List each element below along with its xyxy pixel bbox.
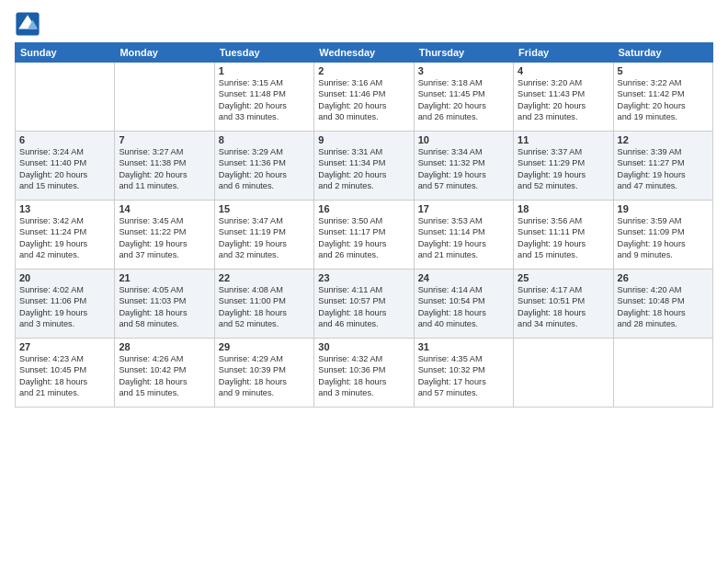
day-info: Sunrise: 3:27 AM Sunset: 11:38 PM Daylig… [119, 146, 210, 192]
day-info: Sunrise: 4:17 AM Sunset: 10:51 PM Daylig… [518, 284, 609, 330]
weekday-header-monday: Monday [115, 43, 214, 63]
day-cell: 12Sunrise: 3:39 AM Sunset: 11:27 PM Dayl… [613, 132, 712, 201]
day-info: Sunrise: 3:47 AM Sunset: 11:19 PM Daylig… [219, 215, 310, 261]
day-info: Sunrise: 4:29 AM Sunset: 10:39 PM Daylig… [219, 353, 310, 399]
day-cell: 14Sunrise: 3:45 AM Sunset: 11:22 PM Dayl… [115, 201, 214, 270]
weekday-header-wednesday: Wednesday [314, 43, 414, 63]
day-number: 8 [219, 134, 310, 145]
day-cell: 27Sunrise: 4:23 AM Sunset: 10:45 PM Dayl… [16, 339, 115, 408]
day-cell: 5Sunrise: 3:22 AM Sunset: 11:42 PM Dayli… [613, 63, 712, 132]
header [15, 11, 713, 37]
day-info: Sunrise: 3:29 AM Sunset: 11:36 PM Daylig… [219, 146, 310, 192]
day-info: Sunrise: 3:16 AM Sunset: 11:46 PM Daylig… [318, 77, 409, 123]
day-info: Sunrise: 4:14 AM Sunset: 10:54 PM Daylig… [418, 284, 509, 330]
day-number: 29 [219, 341, 310, 352]
day-info: Sunrise: 3:24 AM Sunset: 11:40 PM Daylig… [19, 146, 110, 192]
weekday-header-sunday: Sunday [16, 43, 115, 63]
day-number: 12 [618, 134, 709, 145]
day-cell: 19Sunrise: 3:59 AM Sunset: 11:09 PM Dayl… [613, 201, 712, 270]
day-cell: 23Sunrise: 4:11 AM Sunset: 10:57 PM Dayl… [314, 270, 414, 339]
day-number: 14 [119, 203, 210, 214]
day-cell: 11Sunrise: 3:37 AM Sunset: 11:29 PM Dayl… [514, 132, 613, 201]
day-cell: 3Sunrise: 3:18 AM Sunset: 11:45 PM Dayli… [414, 63, 513, 132]
day-info: Sunrise: 4:23 AM Sunset: 10:45 PM Daylig… [19, 353, 110, 399]
day-number: 26 [618, 272, 709, 283]
day-info: Sunrise: 3:15 AM Sunset: 11:48 PM Daylig… [219, 77, 310, 123]
weekday-header-row: SundayMondayTuesdayWednesdayThursdayFrid… [16, 43, 713, 63]
day-number: 28 [119, 341, 210, 352]
day-cell: 28Sunrise: 4:26 AM Sunset: 10:42 PM Dayl… [115, 339, 214, 408]
day-number: 23 [318, 272, 409, 283]
day-number: 4 [518, 65, 609, 76]
day-number: 5 [618, 65, 709, 76]
day-cell: 22Sunrise: 4:08 AM Sunset: 11:00 PM Dayl… [214, 270, 313, 339]
day-info: Sunrise: 3:53 AM Sunset: 11:14 PM Daylig… [418, 215, 509, 261]
week-row-4: 20Sunrise: 4:02 AM Sunset: 11:06 PM Dayl… [16, 270, 713, 339]
day-number: 3 [418, 65, 509, 76]
day-number: 2 [318, 65, 409, 76]
day-info: Sunrise: 3:18 AM Sunset: 11:45 PM Daylig… [418, 77, 509, 123]
day-info: Sunrise: 3:31 AM Sunset: 11:34 PM Daylig… [318, 146, 409, 192]
day-number: 18 [518, 203, 609, 214]
day-info: Sunrise: 3:37 AM Sunset: 11:29 PM Daylig… [518, 146, 609, 192]
day-cell: 16Sunrise: 3:50 AM Sunset: 11:17 PM Dayl… [314, 201, 414, 270]
day-number: 19 [618, 203, 709, 214]
day-number: 31 [418, 341, 509, 352]
weekday-header-friday: Friday [514, 43, 613, 63]
day-number: 17 [418, 203, 509, 214]
day-info: Sunrise: 3:50 AM Sunset: 11:17 PM Daylig… [318, 215, 409, 261]
day-number: 24 [418, 272, 509, 283]
day-info: Sunrise: 4:05 AM Sunset: 11:03 PM Daylig… [119, 284, 210, 330]
day-number: 21 [119, 272, 210, 283]
day-number: 30 [318, 341, 409, 352]
day-info: Sunrise: 3:45 AM Sunset: 11:22 PM Daylig… [119, 215, 210, 261]
day-cell: 6Sunrise: 3:24 AM Sunset: 11:40 PM Dayli… [16, 132, 115, 201]
week-row-1: 1Sunrise: 3:15 AM Sunset: 11:48 PM Dayli… [16, 63, 713, 132]
calendar-table: SundayMondayTuesdayWednesdayThursdayFrid… [15, 42, 713, 408]
day-number: 25 [518, 272, 609, 283]
day-number: 22 [219, 272, 310, 283]
day-cell: 10Sunrise: 3:34 AM Sunset: 11:32 PM Dayl… [414, 132, 513, 201]
day-cell [613, 339, 712, 408]
weekday-header-thursday: Thursday [414, 43, 513, 63]
day-info: Sunrise: 4:02 AM Sunset: 11:06 PM Daylig… [19, 284, 110, 330]
day-cell: 7Sunrise: 3:27 AM Sunset: 11:38 PM Dayli… [115, 132, 214, 201]
day-number: 16 [318, 203, 409, 214]
day-cell: 15Sunrise: 3:47 AM Sunset: 11:19 PM Dayl… [214, 201, 313, 270]
day-cell: 31Sunrise: 4:35 AM Sunset: 10:32 PM Dayl… [414, 339, 513, 408]
day-info: Sunrise: 4:32 AM Sunset: 10:36 PM Daylig… [318, 353, 409, 399]
day-cell: 29Sunrise: 4:29 AM Sunset: 10:39 PM Dayl… [214, 339, 313, 408]
day-info: Sunrise: 3:20 AM Sunset: 11:43 PM Daylig… [518, 77, 609, 123]
day-number: 6 [19, 134, 110, 145]
day-info: Sunrise: 3:34 AM Sunset: 11:32 PM Daylig… [418, 146, 509, 192]
day-cell: 1Sunrise: 3:15 AM Sunset: 11:48 PM Dayli… [214, 63, 313, 132]
weekday-header-saturday: Saturday [613, 43, 712, 63]
day-number: 1 [219, 65, 310, 76]
day-cell: 25Sunrise: 4:17 AM Sunset: 10:51 PM Dayl… [514, 270, 613, 339]
day-number: 13 [19, 203, 110, 214]
day-info: Sunrise: 3:42 AM Sunset: 11:24 PM Daylig… [19, 215, 110, 261]
day-info: Sunrise: 4:08 AM Sunset: 11:00 PM Daylig… [219, 284, 310, 330]
day-info: Sunrise: 4:20 AM Sunset: 10:48 PM Daylig… [618, 284, 709, 330]
day-number: 10 [418, 134, 509, 145]
day-cell: 18Sunrise: 3:56 AM Sunset: 11:11 PM Dayl… [514, 201, 613, 270]
day-info: Sunrise: 3:59 AM Sunset: 11:09 PM Daylig… [618, 215, 709, 261]
day-cell [514, 339, 613, 408]
weekday-header-tuesday: Tuesday [214, 43, 313, 63]
day-number: 27 [19, 341, 110, 352]
day-cell: 13Sunrise: 3:42 AM Sunset: 11:24 PM Dayl… [16, 201, 115, 270]
day-cell: 4Sunrise: 3:20 AM Sunset: 11:43 PM Dayli… [514, 63, 613, 132]
day-cell [16, 63, 115, 132]
day-cell: 26Sunrise: 4:20 AM Sunset: 10:48 PM Dayl… [613, 270, 712, 339]
day-cell: 30Sunrise: 4:32 AM Sunset: 10:36 PM Dayl… [314, 339, 414, 408]
day-number: 9 [318, 134, 409, 145]
day-cell: 9Sunrise: 3:31 AM Sunset: 11:34 PM Dayli… [314, 132, 414, 201]
day-cell: 21Sunrise: 4:05 AM Sunset: 11:03 PM Dayl… [115, 270, 214, 339]
day-info: Sunrise: 3:56 AM Sunset: 11:11 PM Daylig… [518, 215, 609, 261]
page: SundayMondayTuesdayWednesdayThursdayFrid… [0, 0, 728, 563]
day-info: Sunrise: 3:39 AM Sunset: 11:27 PM Daylig… [618, 146, 709, 192]
logo-icon [15, 11, 40, 37]
day-info: Sunrise: 4:35 AM Sunset: 10:32 PM Daylig… [418, 353, 509, 399]
day-cell: 2Sunrise: 3:16 AM Sunset: 11:46 PM Dayli… [314, 63, 414, 132]
week-row-5: 27Sunrise: 4:23 AM Sunset: 10:45 PM Dayl… [16, 339, 713, 408]
